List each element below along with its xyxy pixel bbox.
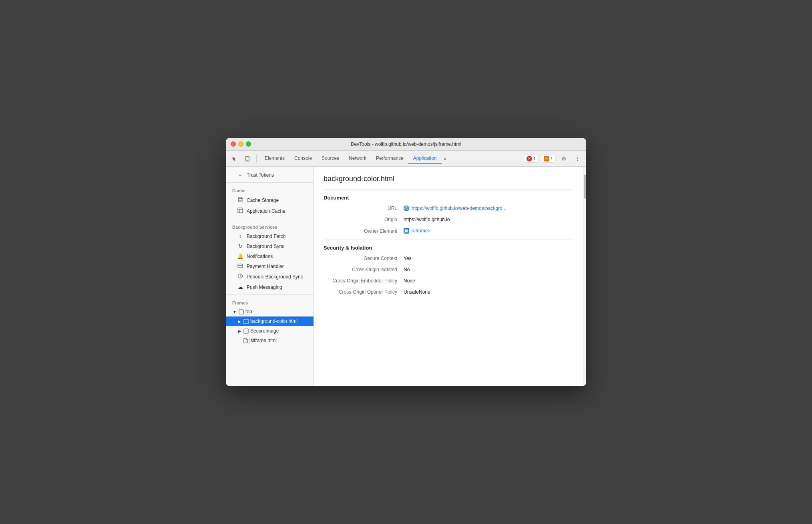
window-title: DevTools - wolfib.github.io/web-demos/js…: [351, 141, 461, 147]
divider-2: [226, 219, 314, 219]
coep-value: None: [404, 278, 573, 284]
secure-context-label: Secure Context: [324, 256, 404, 261]
origin-row: Origin https://wolfib.github.io: [324, 217, 573, 222]
bg-color-arrow: ▶: [237, 319, 242, 324]
svg-rect-11: [239, 310, 243, 314]
toolbar-separator: [256, 155, 257, 163]
iframe-icon: /: [404, 228, 409, 234]
close-button[interactable]: [231, 141, 236, 147]
sidebar-item-background-fetch[interactable]: ↕ Background Fetch: [226, 231, 314, 241]
push-messaging-label: Push Messaging: [247, 284, 282, 290]
minimize-button[interactable]: [238, 141, 243, 147]
warning-count-badge[interactable]: ✕ 1: [541, 155, 556, 163]
document-section-title: Document: [324, 195, 573, 201]
owner-element-row: Owner Element / <iframe>: [324, 228, 573, 234]
divider-3: [226, 294, 314, 295]
push-messaging-icon: ☁: [237, 284, 243, 290]
tab-performance[interactable]: Performance: [371, 153, 408, 164]
payment-handler-icon: [237, 263, 243, 269]
sidebar-item-trust-tokens[interactable]: ≡ Trust Tokens: [226, 170, 314, 180]
main-panel: background-color.html Document URL https…: [314, 167, 583, 386]
url-row: URL https://wolfib.github.io/web-demos/b…: [324, 206, 573, 211]
divider-top: [324, 189, 573, 190]
traffic-lights: [231, 141, 251, 147]
notifications-label: Notifications: [247, 254, 273, 259]
scrollbar-track[interactable]: [583, 167, 586, 386]
cache-storage-icon: [237, 197, 243, 204]
maximize-button[interactable]: [246, 141, 251, 147]
background-sync-label: Background Sync: [247, 244, 284, 249]
frames-tree-top[interactable]: ▼ top: [226, 307, 314, 316]
frames-tree-bg-color[interactable]: ▶ background-color.html: [226, 316, 314, 326]
main-content: ≡ Trust Tokens Cache Cache Storage: [226, 167, 586, 386]
top-label: top: [245, 309, 252, 314]
svg-rect-13: [244, 329, 248, 333]
security-section-title: Security & Isolation: [324, 245, 573, 251]
tab-elements[interactable]: Elements: [260, 153, 289, 164]
url-value[interactable]: https://wolfib.github.io/web-demos/backg…: [404, 206, 573, 211]
svg-text:/: /: [406, 230, 407, 232]
devtools-window: DevTools - wolfib.github.io/web-demos/js…: [226, 138, 586, 386]
tab-network[interactable]: Network: [344, 153, 371, 164]
cross-origin-isolated-label: Cross-Origin Isolated: [324, 267, 404, 272]
toolbar: Elements Console Sources Network Perform…: [226, 151, 586, 167]
error-count-badge[interactable]: ✕ 1: [524, 155, 539, 163]
divider-1: [226, 182, 314, 183]
more-options-button[interactable]: ⋮: [572, 153, 583, 164]
top-frame-icon: [239, 309, 244, 314]
toolbar-tabs: Elements Console Sources Network Perform…: [260, 153, 522, 164]
bg-color-label: background-color.html: [250, 318, 297, 324]
sidebar: ≡ Trust Tokens Cache Cache Storage: [226, 167, 314, 386]
tab-console[interactable]: Console: [289, 153, 317, 164]
tab-application[interactable]: Application: [408, 153, 442, 164]
app-cache-icon: [237, 208, 243, 214]
sidebar-item-push-messaging[interactable]: ☁ Push Messaging: [226, 282, 314, 292]
secure-image-icon: [243, 329, 249, 334]
frames-tree-secure-image[interactable]: ▶ SecureImage: [226, 326, 314, 336]
error-icon: ✕: [527, 156, 532, 161]
sidebar-item-cache-storage[interactable]: Cache Storage: [226, 195, 314, 206]
more-tabs-button[interactable]: »: [442, 154, 449, 163]
iframe-text: <iframe>: [412, 228, 430, 234]
svg-point-2: [238, 197, 242, 199]
frames-tree-jslframe[interactable]: jslframe.html: [226, 336, 314, 345]
notifications-icon: 🔔: [237, 253, 243, 259]
origin-label: Origin: [324, 217, 404, 222]
warning-icon: ✕: [544, 156, 549, 161]
owner-element-label: Owner Element: [324, 228, 404, 234]
trust-tokens-label: Trust Tokens: [247, 172, 274, 178]
sidebar-item-payment-handler[interactable]: Payment Handler: [226, 261, 314, 271]
jslframe-icon: [243, 338, 248, 343]
svg-rect-12: [244, 319, 248, 324]
svg-rect-3: [238, 208, 243, 213]
sidebar-item-application-cache[interactable]: Application Cache: [226, 206, 314, 216]
secure-image-arrow: ▶: [237, 329, 242, 333]
background-services-label: Background Services: [226, 222, 314, 231]
bg-color-icon: [243, 319, 249, 324]
warning-count: 1: [551, 156, 553, 161]
jslframe-label: jslframe.html: [249, 338, 277, 343]
url-text: https://wolfib.github.io/web-demos/backg…: [412, 206, 506, 211]
sidebar-item-background-sync[interactable]: ↻ Background Sync: [226, 241, 314, 251]
cross-origin-isolated-value: No: [404, 267, 573, 272]
background-fetch-label: Background Fetch: [247, 234, 285, 239]
error-count: 1: [533, 156, 536, 161]
divider-security: [324, 240, 573, 240]
cursor-tool-button[interactable]: [229, 153, 240, 164]
settings-button[interactable]: ⚙: [558, 153, 569, 164]
sidebar-item-periodic-bg-sync[interactable]: Periodic Background Sync: [226, 271, 314, 282]
scrollbar-thumb[interactable]: [584, 175, 586, 199]
trust-tokens-icon: ≡: [237, 172, 243, 178]
sidebar-item-notifications[interactable]: 🔔 Notifications: [226, 251, 314, 261]
application-cache-label: Application Cache: [247, 208, 285, 214]
cache-section-label: Cache: [226, 185, 314, 195]
background-sync-icon: ↻: [237, 243, 243, 249]
tab-sources[interactable]: Sources: [317, 153, 344, 164]
background-fetch-icon: ↕: [237, 233, 243, 239]
coop-value: UnsafeNone: [404, 289, 573, 295]
owner-element-value[interactable]: / <iframe>: [404, 228, 573, 234]
device-toggle-button[interactable]: [242, 153, 253, 164]
secure-context-value: Yes: [404, 256, 573, 261]
payment-handler-label: Payment Handler: [247, 264, 284, 269]
coop-row: Cross-Origin Opener Policy UnsafeNone: [324, 289, 573, 295]
